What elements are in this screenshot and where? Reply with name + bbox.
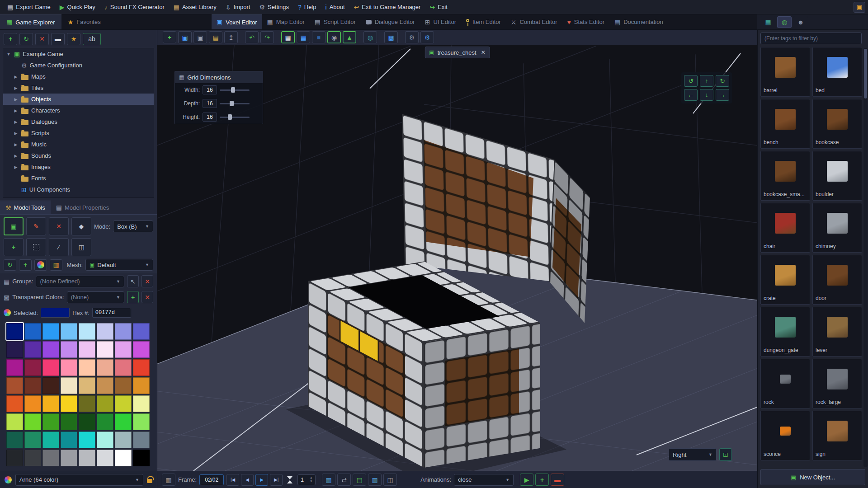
palette-swatch-17[interactable] xyxy=(24,359,41,376)
palette-swatch-21[interactable] xyxy=(97,359,113,376)
tree-item-scripts[interactable]: ▶Scripts xyxy=(3,127,154,139)
menu-item-export-game[interactable]: ▤Export Game xyxy=(3,0,55,14)
palette-swatch-44[interactable] xyxy=(79,413,95,430)
menu-item-exit[interactable]: ↪Exit xyxy=(425,0,452,14)
menu-item-exit-to-game-manager[interactable]: ↩Exit to Game Manager xyxy=(349,0,425,14)
palette-swatch-49[interactable] xyxy=(24,432,41,448)
object-item-bed[interactable]: bed xyxy=(812,47,862,97)
tab-dialogue-editor[interactable]: Dialogue Editor xyxy=(361,14,420,29)
tab-model-tools[interactable]: ⚒Model Tools xyxy=(0,201,51,214)
palette-swatch-45[interactable] xyxy=(97,413,113,430)
object-item-chimney[interactable]: chimney xyxy=(812,203,862,253)
remove-transparent-color-button[interactable]: ✕ xyxy=(142,291,153,303)
mode-dropdown[interactable]: Box (B) ▼ xyxy=(113,221,153,232)
move-up-button[interactable]: ↑ xyxy=(700,75,713,87)
center-model-button[interactable]: + xyxy=(19,259,32,271)
tree-item-ui-components[interactable]: ⊞UI Components xyxy=(3,184,154,195)
menu-item-sound-fx-generator[interactable]: ♪Sound FX Generator xyxy=(100,0,169,14)
background-color-button[interactable]: ■ xyxy=(312,31,326,43)
close-icon[interactable]: ✕ xyxy=(481,49,486,56)
palette-swatch-18[interactable] xyxy=(42,359,59,376)
object-item-boulder[interactable]: boulder xyxy=(812,151,862,201)
terrain-mode-button[interactable]: ▲ xyxy=(343,31,356,43)
palette-swatch-23[interactable] xyxy=(133,359,150,376)
palette-swatch-42[interactable] xyxy=(42,413,59,430)
palette-swatch-37[interactable] xyxy=(97,395,113,412)
box-select-tool[interactable] xyxy=(26,238,46,256)
palette-swatch-51[interactable] xyxy=(61,432,77,448)
first-frame-button[interactable]: |◀ xyxy=(226,474,239,486)
menu-item-asset-library[interactable]: ▦Asset Library xyxy=(169,0,221,14)
palette-swatch-52[interactable] xyxy=(79,432,95,448)
menu-item-help[interactable]: ?Help xyxy=(293,0,321,14)
remove-animation-button[interactable]: ▬ xyxy=(551,474,564,486)
move-right-button[interactable]: → xyxy=(716,89,729,101)
palette-swatch-7[interactable] xyxy=(133,323,150,340)
viewport-canvas[interactable]: ▣ treasure_chest ✕ ▦ Grid Dimensions Wid… xyxy=(157,45,757,471)
palette-swatch-53[interactable] xyxy=(97,432,113,448)
model-settings-button[interactable]: ⚙ xyxy=(405,31,419,43)
tree-item-images[interactable]: ▶Images xyxy=(3,161,154,173)
palette-swatch-28[interactable] xyxy=(79,377,95,394)
menu-item-settings[interactable]: ⚙Settings xyxy=(255,0,293,14)
palette-swatch-9[interactable] xyxy=(24,341,41,358)
tab-game-explorer[interactable]: ▦Game Explorer xyxy=(0,14,61,29)
lock-palette-icon[interactable] xyxy=(147,479,152,483)
tree-item-maps[interactable]: ▶Maps xyxy=(3,71,154,82)
object-item-door[interactable]: door xyxy=(812,255,862,305)
palette-swatch-40[interactable] xyxy=(6,413,23,430)
palette-swatch-6[interactable] xyxy=(115,323,132,340)
palette-swatch-24[interactable] xyxy=(6,377,23,394)
palette-swatch-41[interactable] xyxy=(24,413,41,430)
tree-item-sounds[interactable]: ▶Sounds xyxy=(3,150,154,161)
editor-settings-button[interactable]: ⚙ xyxy=(420,31,434,43)
palette-swatch-8[interactable] xyxy=(6,341,23,358)
tree-item-tiles[interactable]: ▶Tiles xyxy=(3,82,154,94)
move-left-button[interactable]: ← xyxy=(684,89,698,101)
add-transparent-color-button[interactable]: + xyxy=(127,291,139,303)
palette-swatch-2[interactable] xyxy=(42,323,59,340)
expand-icon[interactable]: ▶ xyxy=(13,154,19,158)
palette-swatch-32[interactable] xyxy=(6,395,23,412)
tree-item-music[interactable]: ▶Music xyxy=(3,139,154,150)
loop-frames-button[interactable]: ⇄ xyxy=(337,474,351,486)
palette-swatch-50[interactable] xyxy=(42,432,59,448)
palette-swatch-39[interactable] xyxy=(133,395,150,412)
object-item-sign[interactable]: sign xyxy=(812,411,862,460)
animation-dropdown[interactable]: close ▼ xyxy=(454,474,514,486)
tab-model-properties[interactable]: ▤Model Properties xyxy=(51,201,115,214)
fill-tool[interactable]: ◆ xyxy=(71,217,91,235)
palette-swatch-16[interactable] xyxy=(6,359,23,376)
screenshot-button[interactable]: ◉ xyxy=(327,31,341,43)
palette-swatch-63[interactable] xyxy=(133,450,150,466)
palette-swatch-30[interactable] xyxy=(115,377,132,394)
object-item-barrel[interactable]: barrel xyxy=(760,47,810,97)
expand-icon[interactable]: ▶ xyxy=(13,165,19,169)
palette-swatch-10[interactable] xyxy=(42,341,59,358)
refresh-button[interactable]: ↻ xyxy=(19,33,33,45)
transparent-colors-dropdown[interactable]: (None) ▼ xyxy=(67,291,124,303)
slider-handle[interactable] xyxy=(230,101,234,106)
rename-button[interactable]: ab xyxy=(83,33,101,45)
object-item-bookcase-sma[interactable]: bookcase_sma... xyxy=(760,151,810,201)
tab-map-editor[interactable]: ▦Map Editor xyxy=(262,14,310,29)
palette-swatch-12[interactable] xyxy=(79,341,95,358)
palette-swatch-34[interactable] xyxy=(42,395,59,412)
palette-swatch-22[interactable] xyxy=(115,359,132,376)
palette-swatch-1[interactable] xyxy=(24,323,41,340)
tab-voxel-editor[interactable]: ▣Voxel Editor xyxy=(212,14,262,29)
scrollbar-thumb[interactable] xyxy=(864,49,867,99)
timeline-settings-button[interactable]: ▦ xyxy=(162,474,175,486)
orientation-button[interactable]: ◍ xyxy=(363,31,377,43)
tab-ui-editor[interactable]: ⊞UI Editor xyxy=(420,14,461,29)
expand-icon[interactable]: ▶ xyxy=(13,120,19,124)
play-button[interactable]: ▶ xyxy=(255,474,268,486)
groups-dropdown[interactable]: (None Defined) ▼ xyxy=(36,276,124,287)
mirror-grid-button[interactable]: ▦ xyxy=(297,31,310,43)
palette-swatch-0[interactable] xyxy=(6,323,23,340)
reference-image-button[interactable]: ▩ xyxy=(384,31,398,43)
palette-swatch-61[interactable] xyxy=(97,450,113,466)
dimension-slider[interactable] xyxy=(220,99,250,108)
tree-item-fonts[interactable]: Fonts xyxy=(3,173,154,184)
palette-swatch-13[interactable] xyxy=(97,341,113,358)
